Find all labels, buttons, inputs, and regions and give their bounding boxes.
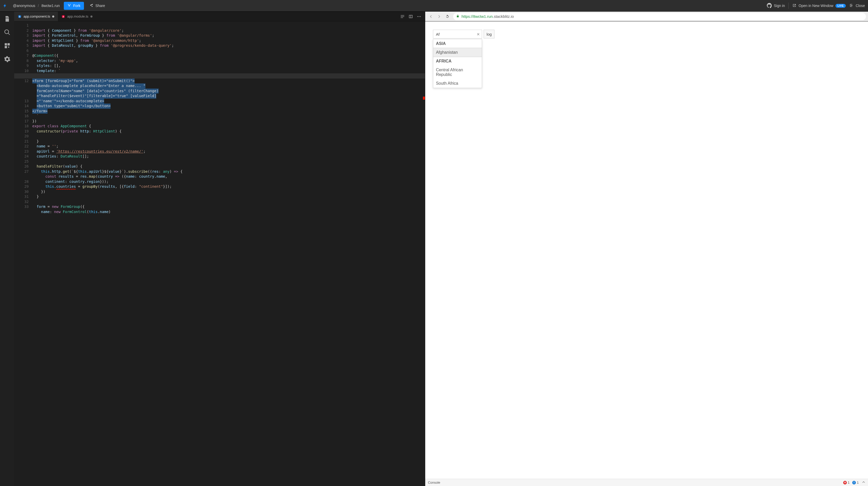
svg-point-2 — [420, 16, 421, 17]
open-new-window-button[interactable]: Open in New Window LIVE — [792, 3, 846, 8]
expand-console-icon[interactable] — [862, 480, 865, 485]
code-content[interactable]: import { Component } from '@angular/core… — [32, 22, 425, 486]
files-icon[interactable] — [4, 15, 11, 23]
errors-count: 1 — [848, 481, 850, 484]
autocomplete-dropdown: ASIA Afghanistan AFRICA Central African … — [433, 39, 482, 88]
close-label: Close — [856, 4, 865, 8]
infos-badge[interactable]: i 1 — [852, 481, 859, 484]
open-window-icon — [792, 3, 797, 8]
main-area: app.component.ts app.module.ts 1234567 — [0, 12, 868, 486]
app-header: @anonymous / 8wctw1.run Fork Share Sign … — [0, 0, 868, 12]
editor-area: app.component.ts app.module.ts 1234567 — [14, 12, 425, 486]
header-right: Sign in Open in New Window LIVE Close — [767, 3, 865, 9]
preview-console-bar[interactable]: Console ✕ 1 i 1 — [425, 479, 868, 486]
preview-forward-button[interactable] — [436, 13, 443, 20]
github-icon — [767, 3, 772, 9]
editor-tab-bar: app.component.ts app.module.ts — [14, 12, 425, 22]
log-button[interactable]: log — [484, 30, 494, 38]
activity-bar — [0, 12, 14, 486]
errors-badge[interactable]: ✕ 1 — [843, 481, 850, 484]
stackblitz-logo-icon[interactable] — [0, 2, 10, 9]
console-label: Console — [428, 481, 440, 484]
word-wrap-icon[interactable] — [400, 14, 405, 19]
autocomplete-wrapper: ✕ — [433, 30, 482, 38]
preview-reload-button[interactable] — [444, 13, 451, 20]
infos-count: 1 — [857, 481, 859, 484]
signin-label: Sign in — [774, 4, 785, 8]
preview-panel: https://8wctw1.run.stackblitz.io ✕ log A… — [425, 12, 868, 486]
dropdown-item-car[interactable]: Central African Republic — [433, 66, 482, 79]
preview-toolbar: https://8wctw1.run.stackblitz.io — [425, 12, 868, 22]
close-button[interactable]: Close — [849, 3, 865, 8]
editor-tab-actions — [400, 12, 425, 21]
preview-form: ✕ log — [433, 30, 494, 38]
breadcrumb-separator: / — [38, 4, 39, 8]
dirty-dot-icon — [90, 15, 92, 18]
ports-icon[interactable] — [4, 42, 11, 49]
code-editor[interactable]: 123456789101112 131415161718192021222324… — [14, 22, 425, 486]
settings-icon[interactable] — [4, 56, 11, 63]
error-icon: ✕ — [843, 481, 847, 484]
svg-point-1 — [419, 16, 420, 17]
close-icon — [849, 3, 854, 8]
dropdown-item-afghanistan[interactable]: Afghanistan — [433, 48, 482, 57]
svg-point-0 — [417, 16, 418, 17]
more-actions-icon[interactable] — [417, 14, 421, 19]
header-divider — [788, 3, 789, 9]
fork-button[interactable]: Fork — [64, 2, 84, 10]
angular-module-icon — [61, 15, 65, 18]
tab-label: app.component.ts — [24, 14, 50, 18]
breadcrumb-project[interactable]: 8wctw1.run — [41, 4, 60, 8]
live-badge: LIVE — [835, 4, 846, 8]
dirty-dot-icon — [52, 15, 54, 18]
lock-icon — [456, 14, 459, 18]
tab-label: app.module.ts — [67, 14, 88, 18]
signin-button[interactable]: Sign in — [767, 3, 785, 9]
tab-app-module[interactable]: app.module.ts — [58, 12, 96, 21]
preview-url-text: https://8wctw1.run.stackblitz.io — [461, 14, 514, 19]
open-new-window-label: Open in New Window — [799, 4, 833, 8]
header-left: @anonymous / 8wctw1.run Fork Share — [0, 2, 108, 10]
search-icon[interactable] — [4, 29, 11, 36]
fork-icon — [67, 4, 71, 8]
share-button[interactable]: Share — [87, 2, 108, 10]
preview-back-button[interactable] — [427, 13, 435, 20]
angular-component-icon — [18, 15, 22, 18]
dropdown-item-south-africa[interactable]: South Africa — [433, 79, 482, 88]
dropdown-group-africa: AFRICA — [433, 57, 482, 66]
split-editor-icon[interactable] — [408, 14, 413, 19]
preview-iframe-body[interactable]: ✕ log ASIA Afghanistan AFRICA Central Af… — [425, 22, 868, 479]
info-icon: i — [852, 481, 856, 484]
dropdown-group-asia: ASIA — [433, 39, 482, 48]
tab-app-component[interactable]: app.component.ts — [14, 12, 58, 21]
editor-gutter: 123456789101112 131415161718192021222324… — [14, 22, 32, 486]
share-label: Share — [95, 4, 105, 8]
share-icon — [90, 4, 93, 8]
fork-label: Fork — [73, 4, 80, 8]
breadcrumb: @anonymous / 8wctw1.run — [13, 4, 60, 8]
clear-icon[interactable]: ✕ — [476, 32, 480, 36]
breadcrumb-user[interactable]: @anonymous — [13, 4, 35, 8]
preview-url-bar[interactable]: https://8wctw1.run.stackblitz.io — [453, 13, 866, 20]
autocomplete-input[interactable] — [433, 30, 482, 38]
